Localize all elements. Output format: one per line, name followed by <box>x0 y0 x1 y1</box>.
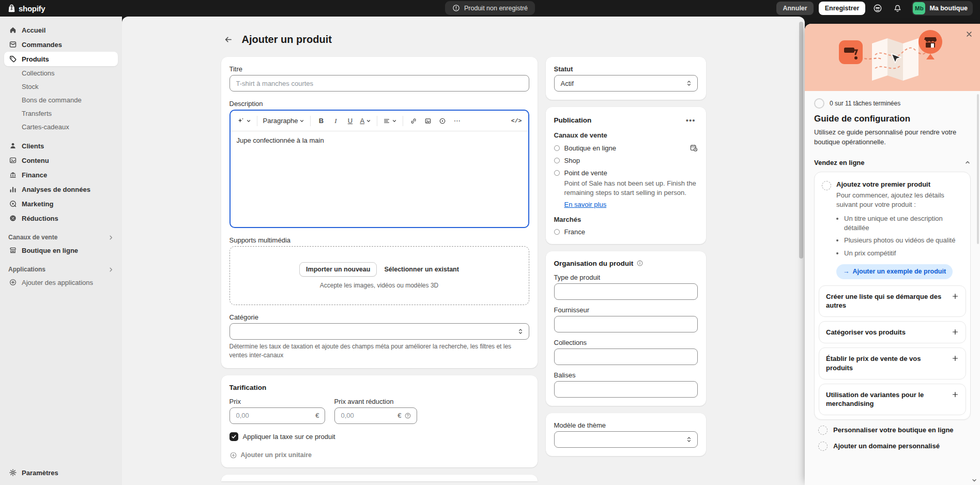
task-customize-store[interactable]: Personnaliser votre boutique en ligne <box>814 420 971 436</box>
close-icon[interactable] <box>963 28 975 40</box>
sales-channels-header[interactable]: Canaux de vente <box>4 234 118 241</box>
organization-card: Organisation du produit Type de produit … <box>546 251 706 406</box>
video-icon[interactable] <box>436 114 449 128</box>
add-sample-product-button[interactable]: → Ajouter un exemple de produit <box>836 264 953 279</box>
add-unit-price-button[interactable]: Ajouter un prix unitaire <box>229 451 529 459</box>
market-status-dot <box>554 229 560 235</box>
product-type-input[interactable] <box>554 283 698 300</box>
paragraph-style-dropdown[interactable]: Paragraphe <box>261 114 307 128</box>
sidebar-item-bons-de-commande[interactable]: Bons de commande <box>4 93 118 107</box>
sidebar-item-reductions[interactable]: Réductions <box>4 211 118 225</box>
progress-circle-icon <box>814 98 824 109</box>
task-bullet: Un titre unique et une description détai… <box>844 214 963 233</box>
guide-section-vendez[interactable]: Vendez en ligne <box>814 159 971 166</box>
sidebar-item-contenu[interactable]: Contenu <box>4 153 118 168</box>
collections-input[interactable] <box>554 348 698 365</box>
task-incomplete-icon <box>818 426 828 435</box>
guide-column: 0 sur 11 tâches terminées Guide de confi… <box>805 17 980 485</box>
tax-checkbox[interactable] <box>229 432 238 441</box>
text-color-icon[interactable]: A <box>358 114 373 128</box>
task-standout-listing[interactable]: Créer une liste qui se démarque des autr… <box>819 285 966 317</box>
image-icon[interactable] <box>421 114 435 128</box>
learn-more-link[interactable]: En savoir plus <box>564 201 607 208</box>
unsaved-toast: Produit non enregistré <box>445 1 535 15</box>
sidebar-item-cartes-cadeaux[interactable]: Cartes-cadeaux <box>4 120 118 133</box>
media-dropzone[interactable]: Importer un nouveau Sélectionner un exis… <box>229 246 529 305</box>
tags-input[interactable] <box>554 381 698 398</box>
sidebar-item-finance[interactable]: Finance <box>4 168 118 182</box>
sidebar-item-analyses[interactable]: Analyses de données <box>4 182 118 196</box>
shopify-logo[interactable]: shopify <box>7 4 45 13</box>
vendor-input[interactable] <box>554 316 698 332</box>
cancel-button[interactable]: Annuler <box>776 2 813 15</box>
magic-sparkle-icon[interactable] <box>235 114 253 128</box>
sidebar-item-produits[interactable]: Produits <box>4 52 118 66</box>
apps-header[interactable]: Applications <box>4 266 118 273</box>
status-select[interactable]: Actif <box>554 75 698 92</box>
sidebar-item-label: Finance <box>22 171 47 179</box>
sidebar-item-collections[interactable]: Collections <box>4 66 118 80</box>
compare-price-label: Prix avant réduction <box>334 398 417 405</box>
code-view-icon[interactable]: </> <box>509 114 524 128</box>
question-circle-icon[interactable] <box>404 412 411 419</box>
status-card: Statut Actif <box>546 57 706 100</box>
sidekick-icon[interactable] <box>870 1 885 16</box>
channel-status-dot <box>554 145 560 151</box>
store-name: Ma boutique <box>929 5 968 12</box>
shopify-bag-icon <box>7 4 16 13</box>
sidebar-item-transferts[interactable]: Transferts <box>4 107 118 120</box>
save-button[interactable]: Enregistrer <box>819 2 866 15</box>
schedule-calendar-icon[interactable] <box>690 144 698 152</box>
align-icon[interactable] <box>381 114 399 128</box>
category-select[interactable] <box>229 323 529 340</box>
italic-icon[interactable]: I <box>329 114 342 128</box>
notifications-bell-icon[interactable] <box>890 1 905 16</box>
info-circle-icon[interactable] <box>636 260 644 267</box>
title-input[interactable] <box>229 75 529 92</box>
upload-media-button[interactable]: Importer un nouveau <box>299 262 377 277</box>
publication-menu-icon[interactable]: ••• <box>684 115 698 125</box>
product-details-card: Titre Description Para <box>221 57 538 368</box>
sidebar-item-label: Accueil <box>22 26 45 34</box>
underline-icon[interactable]: U <box>343 114 357 128</box>
content-icon <box>8 156 17 164</box>
description-textarea[interactable]: Jupe confectionnée à la main <box>231 131 528 227</box>
task-add-domain[interactable]: Ajouter un domaine personnalisé <box>814 436 971 452</box>
task-intro: Pour commencer, ajoutez les détails suiv… <box>836 191 963 209</box>
sidebar-item-parametres[interactable]: Paramètres <box>4 465 118 480</box>
sidebar-item-commandes[interactable]: Commandes <box>4 37 118 52</box>
orders-icon <box>8 40 17 49</box>
main-area: Ajouter un produit Titre Description <box>122 17 805 485</box>
account-menu[interactable]: Mb Ma boutique <box>912 1 973 16</box>
task-incomplete-icon[interactable] <box>822 181 831 190</box>
select-existing-button[interactable]: Sélectionner un existant <box>384 266 458 273</box>
currency-suffix: € <box>397 412 401 419</box>
main-scrollbar[interactable] <box>799 22 803 259</box>
plus-icon <box>952 293 959 300</box>
bold-icon[interactable]: B <box>314 114 328 128</box>
compare-price-input[interactable] <box>341 412 395 419</box>
price-input[interactable] <box>236 412 313 419</box>
pricing-card: Tarification Prix € Prix avant réductio <box>221 375 538 467</box>
sidebar-item-ajouter-applications[interactable]: Ajouter des applications <box>4 275 118 290</box>
task-variants-merchandising[interactable]: Utilisation de variantes pour le merchan… <box>819 384 966 415</box>
guide-scrollbar[interactable] <box>977 94 979 244</box>
back-arrow-button[interactable] <box>221 32 236 47</box>
task-title: Ajoutez votre premier produit <box>836 180 963 188</box>
page-title: Ajouter un produit <box>242 34 332 46</box>
bank-icon <box>8 171 17 179</box>
link-icon[interactable] <box>407 114 420 128</box>
sidebar-item-marketing[interactable]: Marketing <box>4 196 118 211</box>
sidebar-item-clients[interactable]: Clients <box>4 139 118 153</box>
more-options-icon[interactable]: ⋯ <box>450 114 464 128</box>
page-header: Ajouter un produit <box>221 32 706 47</box>
task-set-prices[interactable]: Établir le prix de vente de vos produits <box>819 347 966 379</box>
sidebar-item-stock[interactable]: Stock <box>4 80 118 93</box>
theme-template-select[interactable] <box>554 431 698 448</box>
task-categorize-products[interactable]: Catégoriser vos produits <box>819 321 966 344</box>
tax-checkbox-row[interactable]: Appliquer la taxe sur ce produit <box>229 432 529 441</box>
theme-template-card: Modèle de thème <box>546 413 706 456</box>
sidebar-item-boutique-en-ligne[interactable]: Boutique en ligne <box>4 243 118 257</box>
sidebar-item-accueil[interactable]: Accueil <box>4 23 118 37</box>
chevron-right-icon <box>108 235 114 240</box>
